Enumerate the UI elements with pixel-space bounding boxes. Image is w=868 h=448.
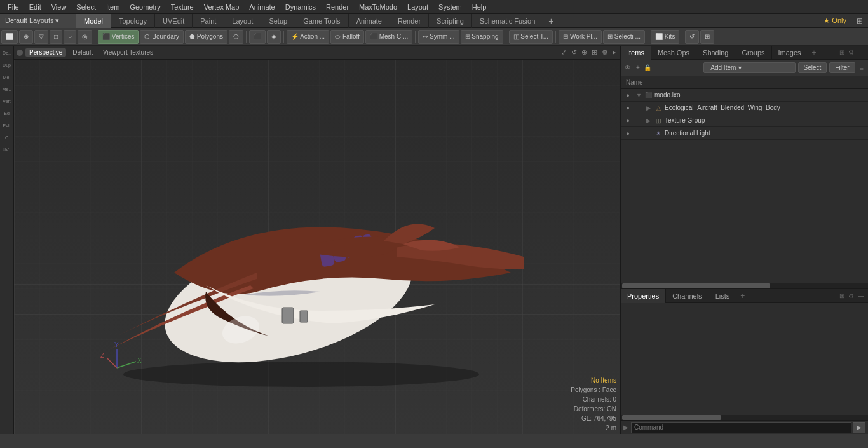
panel-expand-icon[interactable]: ⊞ bbox=[838, 49, 846, 56]
tb-wire-btn[interactable]: ◈ bbox=[267, 30, 281, 44]
filter-button[interactable]: Filter bbox=[829, 62, 855, 73]
viewport-canvas[interactable]: X Y Z No Items Polygons : Face Channels:… bbox=[14, 60, 620, 434]
tab-meshops[interactable]: Mesh Ops bbox=[651, 46, 696, 60]
tb-circ-btn[interactable]: ○ bbox=[64, 30, 76, 44]
maximize-button[interactable]: ⊞ bbox=[851, 17, 868, 25]
tab-images[interactable]: Images bbox=[772, 46, 808, 60]
layout-tab-paint[interactable]: Paint bbox=[193, 14, 224, 28]
items-add-col-icon[interactable]: + bbox=[635, 64, 641, 71]
eye-modolxo[interactable]: ● bbox=[622, 90, 634, 101]
tab-lists[interactable]: Lists bbox=[709, 289, 737, 303]
menu-system[interactable]: System bbox=[433, 2, 467, 12]
tb-solid-btn[interactable]: ⬛ bbox=[249, 30, 266, 44]
item-row-aircraft[interactable]: ● ▶ △ Ecological_Aircraft_Blended_Wing_B… bbox=[621, 102, 868, 114]
item-row-modolxo[interactable]: ● ▼ ⬛ modo.lxo bbox=[621, 89, 868, 102]
items-list[interactable]: ● ▼ ⬛ modo.lxo ● ▶ △ Ecological_Aircraft… bbox=[621, 89, 868, 283]
layout-tab-topology[interactable]: Topology bbox=[111, 14, 155, 28]
sidebar-tool-pol[interactable]: Pol. bbox=[1, 119, 13, 131]
viewport-rotate-icon[interactable]: ↺ bbox=[570, 48, 578, 57]
layout-tab-gametools[interactable]: Game Tools bbox=[295, 14, 349, 28]
props-scrollbar[interactable] bbox=[621, 415, 868, 420]
tb-fullscreen-btn[interactable]: ⊞ bbox=[700, 30, 714, 44]
add-item-button[interactable]: Add Item ▾ bbox=[703, 62, 795, 73]
props-settings-icon[interactable]: ⚙ bbox=[847, 292, 855, 299]
tb-lasso-btn[interactable]: ◎ bbox=[78, 30, 92, 44]
eye-light[interactable]: ● bbox=[622, 128, 634, 139]
props-collapse-icon[interactable]: — bbox=[857, 292, 865, 299]
items-menu-icon[interactable]: ≡ bbox=[858, 64, 865, 72]
viewport-settings-icon[interactable]: ⚙ bbox=[600, 48, 609, 57]
panel-collapse-icon[interactable]: — bbox=[857, 49, 865, 56]
layout-tab-setup[interactable]: Setup bbox=[261, 14, 295, 28]
eye-texture[interactable]: ● bbox=[622, 115, 634, 126]
layout-tab-render[interactable]: Render bbox=[390, 14, 429, 28]
panel-tab-plus[interactable]: + bbox=[808, 47, 820, 58]
sidebar-tool-de[interactable]: De.. bbox=[1, 47, 13, 58]
viewport-zoom-icon[interactable]: ⊕ bbox=[580, 48, 588, 57]
tb-select-btn[interactable]: ⬜ bbox=[1, 30, 18, 44]
tab-properties[interactable]: Properties bbox=[621, 289, 666, 303]
tb-boundary-btn[interactable]: ⬡ Boundary bbox=[140, 30, 184, 44]
tb-rect-btn[interactable]: □ bbox=[50, 30, 62, 44]
sidebar-tool-uv[interactable]: UV.. bbox=[1, 144, 13, 155]
items-eye-col-icon[interactable]: 👁 bbox=[623, 64, 632, 71]
tb-mesh-btn[interactable]: ⬛ Mesh C ... bbox=[365, 30, 412, 44]
menu-file[interactable]: File bbox=[3, 2, 24, 12]
layout-tab-schematic[interactable]: Schematic Fusion bbox=[472, 14, 543, 28]
menu-edit[interactable]: Edit bbox=[24, 2, 46, 12]
viewport-move-icon[interactable]: ⤢ bbox=[560, 48, 568, 57]
tab-groups[interactable]: Groups bbox=[735, 46, 771, 60]
tb-kits-btn[interactable]: ⬜ Kits bbox=[651, 30, 679, 44]
tb-action-btn[interactable]: ⚡ Action ... bbox=[287, 30, 329, 44]
layout-tab-model[interactable]: Model bbox=[76, 14, 111, 28]
tb-vertices-btn[interactable]: ⬛ Vertices bbox=[98, 30, 139, 44]
layout-tab-animate[interactable]: Animate bbox=[349, 14, 390, 28]
viewport-more-icon[interactable]: ▸ bbox=[611, 48, 618, 57]
expand-modolxo[interactable]: ▼ bbox=[636, 92, 644, 98]
expand-texture[interactable]: ▶ bbox=[646, 118, 654, 124]
tb-workpl-btn[interactable]: ⊟ Work Pl... bbox=[559, 30, 602, 44]
eye-aircraft[interactable]: ● bbox=[622, 102, 634, 114]
item-row-texture[interactable]: ● ▶ ◫ Texture Group bbox=[621, 114, 868, 127]
menu-dynamics[interactable]: Dynamics bbox=[280, 2, 321, 12]
expand-aircraft[interactable]: ▶ bbox=[646, 105, 654, 111]
tb-falloff-btn[interactable]: ⬭ Falloff bbox=[330, 30, 364, 44]
layout-tab-uvedit[interactable]: UVEdit bbox=[155, 14, 193, 28]
select-button[interactable]: Select bbox=[798, 62, 827, 73]
sidebar-tool-me[interactable]: Me. bbox=[1, 71, 13, 83]
command-go-button[interactable]: ▶ bbox=[853, 422, 865, 433]
command-arrow-icon[interactable]: ▶ bbox=[623, 424, 628, 431]
star-only-button[interactable]: ★ Only bbox=[818, 17, 851, 25]
viewport-default-label[interactable]: Default bbox=[69, 48, 97, 57]
menu-select[interactable]: Select bbox=[71, 2, 101, 12]
tab-shading[interactable]: Shading bbox=[696, 46, 735, 60]
panel-settings-icon[interactable]: ⚙ bbox=[847, 49, 855, 56]
tb-selecti-btn[interactable]: ⊞ Selecti ... bbox=[603, 30, 645, 44]
tb-shape-btn[interactable]: ⬠ bbox=[229, 30, 243, 44]
sidebar-tool-ed[interactable]: Ed bbox=[1, 107, 13, 119]
layout-dropdown[interactable]: Default Layouts ▾ bbox=[0, 14, 76, 28]
tab-channels[interactable]: Channels bbox=[666, 289, 709, 303]
menu-layout[interactable]: Layout bbox=[402, 2, 433, 12]
tb-snapping-btn[interactable]: ⊞ Snapping bbox=[461, 30, 503, 44]
tb-selectt-btn[interactable]: ◫ Select T... bbox=[509, 30, 553, 44]
items-scrollbar[interactable] bbox=[621, 283, 868, 288]
viewport-fit-icon[interactable]: ⊞ bbox=[590, 48, 599, 57]
menu-maxtomodo[interactable]: MaxToModo bbox=[354, 2, 402, 12]
tb-shape1-btn[interactable]: ▽ bbox=[34, 30, 48, 44]
viewport-textures-label[interactable]: Viewport Textures bbox=[99, 48, 157, 57]
sidebar-tool-mesh[interactable]: Me.. bbox=[1, 83, 13, 95]
item-row-light[interactable]: ● ☀ Directional Light bbox=[621, 127, 868, 140]
menu-help[interactable]: Help bbox=[467, 2, 492, 12]
tb-rotate-btn[interactable]: ↺ bbox=[685, 30, 699, 44]
menu-vertexmap[interactable]: Vertex Map bbox=[199, 2, 245, 12]
props-tab-plus[interactable]: + bbox=[736, 290, 749, 302]
plus-tab[interactable]: + bbox=[543, 15, 559, 27]
props-expand-icon[interactable]: ⊞ bbox=[838, 292, 846, 299]
menu-item[interactable]: Item bbox=[101, 2, 125, 12]
viewport-perspective-label[interactable]: Perspective bbox=[25, 48, 66, 57]
tb-origin-btn[interactable]: ⊕ bbox=[19, 30, 33, 44]
command-input[interactable] bbox=[631, 422, 851, 433]
menu-render[interactable]: Render bbox=[321, 2, 354, 12]
menu-animate[interactable]: Animate bbox=[244, 2, 280, 12]
